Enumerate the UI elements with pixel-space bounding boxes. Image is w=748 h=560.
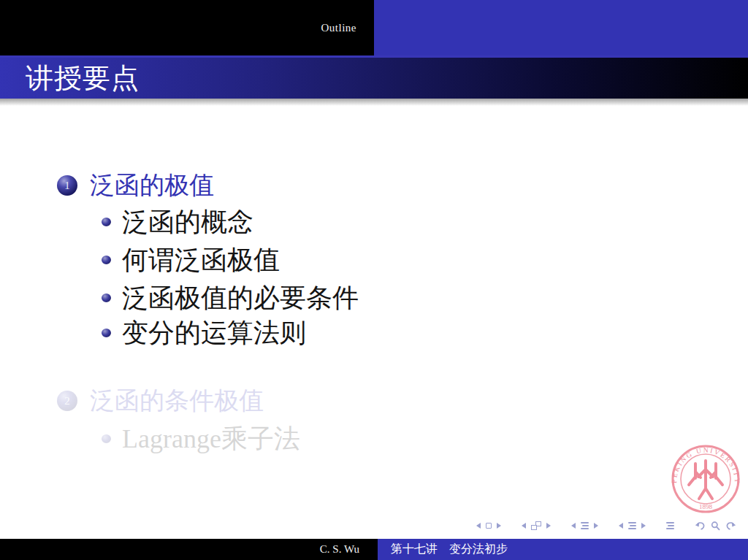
bullet-icon <box>102 294 111 302</box>
section-number: 1 <box>64 180 70 191</box>
toc-subsection[interactable]: Lagrange乘子法 <box>102 424 300 453</box>
toc-subsection[interactable]: 泛函极值的必要条件 <box>102 283 359 312</box>
navigation-bar <box>476 521 736 531</box>
section-label[interactable]: Outline <box>321 22 357 34</box>
appendix-icon[interactable] <box>666 522 674 529</box>
section-number-ball: 1 <box>57 175 77 196</box>
headline-section-cell: Outline <box>0 0 374 55</box>
bullet-icon <box>102 218 111 226</box>
toc-subsection-label[interactable]: Lagrange乘子法 <box>122 421 300 457</box>
logo-year: 1898 <box>699 503 713 510</box>
prev-subsection-icon[interactable] <box>619 523 623 529</box>
subsection-icon[interactable] <box>628 522 636 529</box>
frame-icon[interactable] <box>531 521 541 530</box>
toc-section-1[interactable]: 1 泛函的极值 <box>57 171 214 200</box>
footline-bar: C. S. Wu 第十七讲 变分法初步 <box>0 539 748 560</box>
slide-nav-group <box>476 523 501 529</box>
section-number-ball: 2 <box>57 391 77 411</box>
search-icon[interactable] <box>711 521 720 531</box>
section-nav-group <box>571 522 598 529</box>
toc-section-title[interactable]: 泛函的极值 <box>90 169 214 202</box>
appendix-nav-group <box>666 522 674 529</box>
toc-subsection-label[interactable]: 变分的运算法则 <box>122 315 306 351</box>
page-title: 讲授要点 <box>26 60 140 97</box>
frametitle-bar: 讲授要点 <box>0 58 748 99</box>
slide-icon[interactable] <box>486 523 492 529</box>
toc-subsection[interactable]: 泛函的概念 <box>102 207 253 237</box>
forward-icon[interactable] <box>725 521 736 531</box>
toc-subsection-label[interactable]: 何谓泛函极值 <box>122 242 280 278</box>
toc-section-2[interactable]: 2 泛函的条件极值 <box>57 386 264 415</box>
footline-title-cell: 第十七讲 变分法初步 <box>378 539 748 560</box>
next-subsection-icon[interactable] <box>641 523 646 529</box>
beamer-slide: Outline 讲授要点 1 泛函的极值 泛函的概念 何谓泛函极值 泛函极值的必… <box>0 0 748 560</box>
next-section-icon[interactable] <box>594 523 598 529</box>
next-slide-icon[interactable] <box>497 523 501 529</box>
prev-section-icon[interactable] <box>571 523 576 529</box>
bullet-icon <box>102 256 111 264</box>
section-icon[interactable] <box>581 522 589 529</box>
history-nav-group <box>695 521 736 531</box>
prev-slide-icon[interactable] <box>476 523 481 529</box>
toc-subsection[interactable]: 何谓泛函极值 <box>102 245 280 275</box>
author-label: C. S. Wu <box>320 543 359 556</box>
frame-nav-group <box>522 521 551 530</box>
bullet-icon <box>102 329 111 337</box>
frametitle-shadow <box>0 99 748 106</box>
prev-frame-icon[interactable] <box>522 523 526 529</box>
back-icon[interactable] <box>695 521 706 531</box>
peking-university-logo: PEKING UNIVERSITY 1898 <box>669 442 742 515</box>
toc-subsection[interactable]: 变分的运算法则 <box>102 318 306 348</box>
subsection-nav-group <box>619 522 646 529</box>
headline-bar: Outline <box>0 0 748 55</box>
bullet-icon <box>102 434 111 443</box>
lecture-title-label: 第十七讲 变分法初步 <box>391 542 508 557</box>
next-frame-icon[interactable] <box>546 523 551 529</box>
section-number: 2 <box>64 396 70 407</box>
toc-subsection-label[interactable]: 泛函极值的必要条件 <box>122 280 359 316</box>
footline-author-cell: C. S. Wu <box>0 539 378 560</box>
toc-subsection-label[interactable]: 泛函的概念 <box>122 204 253 240</box>
logo-emblem <box>689 461 722 499</box>
headline-subsection-cell <box>374 0 748 55</box>
toc-section-title[interactable]: 泛函的条件极值 <box>90 384 264 418</box>
